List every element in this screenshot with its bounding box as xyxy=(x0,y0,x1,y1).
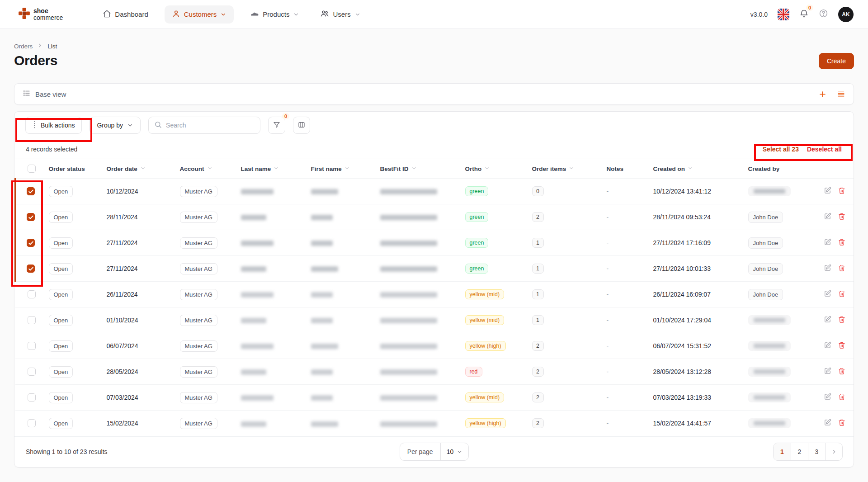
select-all-checkbox[interactable] xyxy=(28,165,36,173)
column-header-last-name[interactable]: Last name xyxy=(234,159,304,179)
blurred-last-name xyxy=(241,215,266,220)
order-status-badge: Open xyxy=(49,340,73,352)
row-checkbox[interactable] xyxy=(28,419,36,427)
blurred-bestfit-id xyxy=(380,241,437,246)
column-header-bestfit-id[interactable]: BestFit ID xyxy=(373,159,458,179)
notes-cell: - xyxy=(607,213,609,221)
person-icon xyxy=(172,9,180,19)
nav-item-customers[interactable]: Customers xyxy=(165,5,234,24)
blurred-first-name xyxy=(311,369,333,375)
blurred-first-name xyxy=(311,395,333,401)
column-header-ortho[interactable]: Ortho xyxy=(458,159,525,179)
filter-button[interactable]: 0 xyxy=(268,117,285,134)
column-header-order-status: Order status xyxy=(42,159,99,179)
help-button[interactable] xyxy=(819,9,828,20)
row-checkbox[interactable] xyxy=(27,213,35,221)
bulk-actions-label: Bulk actions xyxy=(41,122,75,129)
nav-label: Users xyxy=(333,10,350,18)
table-row: Open28/05/2024Muster AGred2-28/05/2024 1… xyxy=(15,359,854,385)
created-on-cell: 10/12/2024 13:41:12 xyxy=(646,179,741,204)
per-page-select[interactable]: 10 xyxy=(441,448,469,455)
delete-icon[interactable] xyxy=(838,367,845,375)
row-checkbox[interactable] xyxy=(28,342,36,350)
edit-icon[interactable] xyxy=(824,187,831,194)
column-header-first-name[interactable]: First name xyxy=(304,159,373,179)
nav-item-dashboard[interactable]: Dashboard xyxy=(98,5,152,24)
row-checkbox[interactable] xyxy=(28,368,36,376)
page-button-3[interactable]: 3 xyxy=(808,443,825,460)
blurred-last-name xyxy=(241,344,274,349)
row-checkbox[interactable] xyxy=(27,265,35,273)
chevron-down-icon xyxy=(220,11,226,18)
group-by-label: Group by xyxy=(97,122,123,129)
edit-icon[interactable] xyxy=(824,213,831,220)
table-toolbar: Bulk actions Group by 0 xyxy=(14,112,854,139)
row-checkbox[interactable] xyxy=(27,187,35,195)
nav-item-users[interactable]: Users xyxy=(316,5,365,24)
order-items-badge: 2 xyxy=(532,341,544,351)
user-avatar[interactable]: AK xyxy=(838,7,854,22)
create-button[interactable]: Create xyxy=(819,53,854,69)
top-navbar: shoecommerce Dashboard Customers Product… xyxy=(0,0,868,29)
order-status-badge: Open xyxy=(49,315,73,326)
column-header-order-date[interactable]: Order date xyxy=(99,159,173,179)
deselect-all-link[interactable]: Deselect all xyxy=(807,146,842,153)
view-name[interactable]: Base view xyxy=(35,90,66,98)
notifications-button[interactable]: 0 xyxy=(799,9,809,20)
edit-icon[interactable] xyxy=(824,393,831,401)
blurred-bestfit-id xyxy=(380,189,437,194)
blurred-created-by xyxy=(748,186,791,196)
blurred-created-by xyxy=(748,392,791,402)
column-header-account[interactable]: Account xyxy=(173,159,234,179)
delete-icon[interactable] xyxy=(838,187,845,194)
delete-icon[interactable] xyxy=(838,316,845,323)
edit-icon[interactable] xyxy=(824,290,831,298)
blurred-last-name xyxy=(241,421,266,427)
column-header-created-on[interactable]: Created on xyxy=(646,159,741,179)
edit-icon[interactable] xyxy=(824,264,831,272)
search-input[interactable] xyxy=(166,122,255,129)
row-checkbox[interactable] xyxy=(28,316,36,324)
select-all-link[interactable]: Select all 23 xyxy=(763,146,799,153)
delete-icon[interactable] xyxy=(838,341,845,349)
ortho-badge: green xyxy=(465,212,489,222)
delete-icon[interactable] xyxy=(838,264,845,272)
delete-icon[interactable] xyxy=(838,419,845,426)
columns-button[interactable] xyxy=(293,117,310,134)
breadcrumb-orders[interactable]: Orders xyxy=(14,43,33,50)
edit-icon[interactable] xyxy=(824,316,831,323)
ortho-badge: green xyxy=(465,186,489,196)
table-row: Open27/11/2024Muster AGgreen1-27/11/2024… xyxy=(15,256,854,282)
delete-icon[interactable] xyxy=(838,290,845,298)
delete-icon[interactable] xyxy=(838,393,845,401)
view-list-icon[interactable] xyxy=(837,90,845,99)
notes-cell: - xyxy=(607,239,609,246)
page-button-2[interactable]: 2 xyxy=(791,443,808,460)
add-view-icon[interactable] xyxy=(818,90,827,99)
notes-cell: - xyxy=(607,291,609,298)
next-page-button[interactable] xyxy=(825,443,842,460)
nav-item-products[interactable]: Products xyxy=(245,5,304,24)
delete-icon[interactable] xyxy=(838,213,845,220)
delete-icon[interactable] xyxy=(838,238,845,246)
language-flag-icon[interactable] xyxy=(778,9,789,20)
row-checkbox[interactable] xyxy=(28,393,36,402)
group-by-button[interactable]: Group by xyxy=(90,117,141,134)
row-checkbox[interactable] xyxy=(28,290,36,298)
bulk-actions-button[interactable]: Bulk actions xyxy=(25,117,82,134)
edit-icon[interactable] xyxy=(824,367,831,375)
page-button-1[interactable]: 1 xyxy=(774,443,791,460)
order-date-cell: 26/11/2024 xyxy=(99,282,173,307)
created-by-badge: John Doe xyxy=(748,289,783,300)
edit-icon[interactable] xyxy=(824,419,831,426)
column-header-order-items[interactable]: Order items xyxy=(525,159,599,179)
blurred-first-name xyxy=(311,266,338,272)
app-logo[interactable]: shoecommerce xyxy=(18,7,63,21)
account-badge: Muster AG xyxy=(180,212,217,223)
blurred-last-name xyxy=(241,292,274,298)
edit-icon[interactable] xyxy=(824,341,831,349)
order-status-badge: Open xyxy=(49,237,73,249)
blurred-created-by xyxy=(748,341,791,351)
row-checkbox[interactable] xyxy=(27,239,35,247)
edit-icon[interactable] xyxy=(824,238,831,246)
